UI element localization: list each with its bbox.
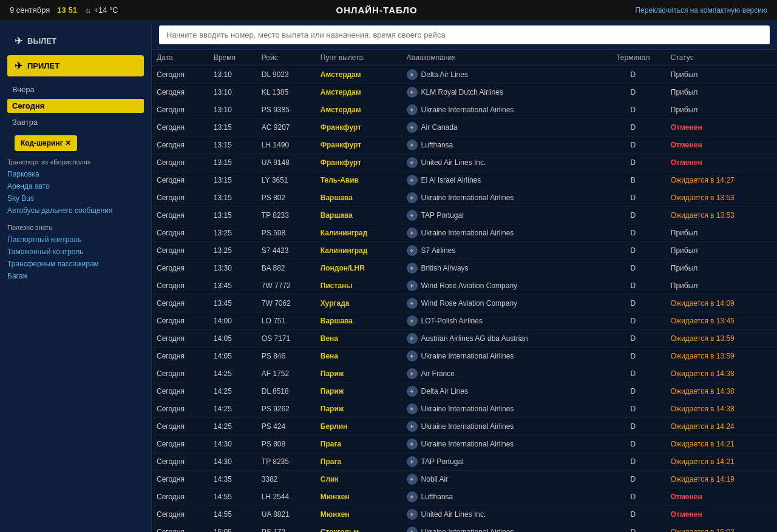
table-row[interactable]: Сегодня 14:55 LH 2544 Мюнхен ✈ Lufthansa… — [152, 488, 777, 506]
table-row[interactable]: Сегодня 13:10 KL 1385 Амстердам ✈ KLM Ro… — [152, 84, 777, 101]
airline-logo-icon: ✈ — [407, 87, 418, 98]
table-row[interactable]: Сегодня 13:10 DL 9023 Амстердам ✈ Delta … — [152, 66, 777, 84]
cell-flight: PS 9262 — [257, 400, 316, 418]
cell-flight: AC 9207 — [257, 119, 316, 136]
cell-airline: ✈ Wind Rose Aviation Company — [402, 295, 600, 312]
cell-date: Сегодня — [152, 224, 209, 242]
sidebar-link-skybus[interactable]: Sky Bus — [0, 192, 151, 204]
compact-view-link[interactable]: Переключиться на компактную версию — [635, 6, 767, 15]
cell-terminal: D — [600, 277, 666, 295]
cell-terminal: D — [600, 330, 666, 348]
cell-terminal: D — [600, 242, 666, 260]
table-row[interactable]: Сегодня 13:15 LH 1490 Франкфурт ✈ Luftha… — [152, 136, 777, 154]
cell-time: 14:25 — [209, 383, 257, 400]
sidebar-link-baggage[interactable]: Багаж — [0, 270, 151, 282]
cell-dest: Прага — [316, 453, 402, 471]
cell-date: Сегодня — [152, 295, 209, 312]
cell-airline: ✈ TAP Portugal — [402, 453, 600, 471]
table-row[interactable]: Сегодня 14:30 TP 8235 Прага ✈ TAP Portug… — [152, 453, 777, 471]
day-today[interactable]: Сегодня — [7, 99, 144, 113]
flights-table-container[interactable]: Дата Время Рейс Пунт вылета Авиакомпания… — [152, 50, 777, 532]
table-row[interactable]: Сегодня 14:35 3382 Слик ✈ Nobil Air D Ож… — [152, 471, 777, 488]
cell-flight: OS 7171 — [257, 330, 316, 348]
airline-name: LOT-Polish Airlines — [421, 317, 483, 325]
departure-button[interactable]: ✈ ВЫЛЕТ — [7, 30, 144, 52]
cell-airline: ✈ S7 Airlines — [402, 242, 600, 260]
cell-status: Ожидается в 14:21 — [666, 453, 777, 471]
cell-terminal: D — [600, 436, 666, 453]
search-input[interactable] — [159, 25, 770, 44]
cell-date: Сегодня — [152, 277, 209, 295]
cell-status: Ожидается в 13:59 — [666, 348, 777, 365]
cell-status: Отменен — [666, 136, 777, 154]
table-row[interactable]: Сегодня 14:30 PS 808 Прага ✈ Ukraine Int… — [152, 436, 777, 453]
airline-name: Ukraine International Airlines — [421, 405, 514, 413]
cell-time: 14:30 — [209, 436, 257, 453]
airline-name: KLM Royal Dutch Airlines — [421, 88, 503, 96]
table-row[interactable]: Сегодня 14:25 PS 9262 Париж ✈ Ukraine In… — [152, 400, 777, 418]
airline-logo-icon: ✈ — [407, 210, 418, 221]
cell-airline: ✈ Delta Air Lines — [402, 66, 600, 84]
codeshare-button[interactable]: Код-шеринг ✕ — [15, 135, 77, 151]
sidebar-link-longdist[interactable]: Автобусы дальнего сообщения — [0, 204, 151, 217]
sidebar-link-rental[interactable]: Аренда авто — [0, 180, 151, 192]
topbar-right[interactable]: Переключиться на компактную версию — [635, 5, 767, 15]
table-row[interactable]: Сегодня 13:15 AC 9207 Франкфурт ✈ Air Ca… — [152, 119, 777, 136]
sidebar-link-transfer[interactable]: Трансферным пассажирам — [0, 258, 151, 270]
table-row[interactable]: Сегодня 13:10 PS 9385 Амстердам ✈ Ukrain… — [152, 101, 777, 119]
table-row[interactable]: Сегодня 13:45 7W 7772 Пистаны ✈ Wind Ros… — [152, 277, 777, 295]
cell-terminal: D — [600, 506, 666, 524]
cell-terminal: D — [600, 154, 666, 172]
cell-date: Сегодня — [152, 84, 209, 101]
plane-departure-icon: ✈ — [15, 35, 22, 47]
table-row[interactable]: Сегодня 14:55 UA 8821 Мюнхен ✈ United Ai… — [152, 506, 777, 524]
day-yesterday[interactable]: Вчера — [7, 82, 144, 96]
table-row[interactable]: Сегодня 14:05 OS 7171 Вена ✈ Austrian Ai… — [152, 330, 777, 348]
cell-status: Отменен — [666, 488, 777, 506]
cell-time: 13:10 — [209, 101, 257, 119]
table-row[interactable]: Сегодня 15:05 PS 172 Стокгольм ✈ Ukraine… — [152, 524, 777, 533]
sidebar-link-passport[interactable]: Паспортный контроль — [0, 234, 151, 246]
airline-logo-icon: ✈ — [407, 333, 418, 344]
cell-airline: ✈ Ukraine International Airlines — [402, 189, 600, 207]
table-row[interactable]: Сегодня 14:25 PS 424 Берлин ✈ Ukraine In… — [152, 418, 777, 436]
cell-airline: ✈ British Airways — [402, 260, 600, 277]
airline-name: British Airways — [421, 264, 469, 272]
sidebar-link-parking[interactable]: Парковка — [0, 168, 151, 180]
cell-terminal: D — [600, 400, 666, 418]
table-row[interactable]: Сегодня 13:30 BA 882 Лондон/LHR ✈ Britis… — [152, 260, 777, 277]
cell-airline: ✈ TAP Portugal — [402, 207, 600, 224]
airline-logo-icon: ✈ — [407, 368, 418, 379]
table-row[interactable]: Сегодня 13:15 UA 9148 Франкфурт ✈ United… — [152, 154, 777, 172]
cell-terminal: D — [600, 207, 666, 224]
cell-flight: 3382 — [257, 471, 316, 488]
table-row[interactable]: Сегодня 13:45 7W 7062 Хургада ✈ Wind Ros… — [152, 295, 777, 312]
flights-tbody: Сегодня 13:10 DL 9023 Амстердам ✈ Delta … — [152, 66, 777, 533]
table-row[interactable]: Сегодня 13:15 TP 8233 Варшава ✈ TAP Port… — [152, 207, 777, 224]
airline-logo-icon: ✈ — [407, 140, 418, 150]
table-header-row: Дата Время Рейс Пунт вылета Авиакомпания… — [152, 50, 777, 66]
arrival-button[interactable]: ✈ ПРИЛЕТ — [7, 55, 144, 76]
airline-name: Ukraine International Airlines — [421, 422, 514, 431]
table-row[interactable]: Сегодня 14:05 PS 846 Вена ✈ Ukraine Inte… — [152, 348, 777, 365]
table-row[interactable]: Сегодня 13:15 LY 3651 Тель-Авив ✈ El Al … — [152, 172, 777, 189]
table-row[interactable]: Сегодня 13:25 PS 598 Калининград ✈ Ukrai… — [152, 224, 777, 242]
cell-flight: DL 9023 — [257, 66, 316, 84]
col-terminal: Терминал — [600, 50, 666, 66]
table-row[interactable]: Сегодня 13:25 S7 4423 Калининград ✈ S7 A… — [152, 242, 777, 260]
table-row[interactable]: Сегодня 14:25 AF 1752 Париж ✈ Air France… — [152, 365, 777, 383]
table-row[interactable]: Сегодня 14:00 LO 751 Варшава ✈ LOT-Polis… — [152, 312, 777, 330]
cell-flight: S7 4423 — [257, 242, 316, 260]
table-row[interactable]: Сегодня 14:25 DL 8518 Париж ✈ Delta Air … — [152, 383, 777, 400]
cell-date: Сегодня — [152, 330, 209, 348]
cell-status: Ожидается в 13:59 — [666, 330, 777, 348]
info-section-label: Полезно знать — [7, 224, 144, 231]
topbar-title: ОНЛАЙН-ТАБЛО — [336, 5, 417, 15]
cell-flight: LH 2544 — [257, 488, 316, 506]
day-tomorrow[interactable]: Завтра — [7, 115, 144, 129]
table-row[interactable]: Сегодня 13:15 PS 802 Варшава ✈ Ukraine I… — [152, 189, 777, 207]
sidebar-link-customs[interactable]: Таможенный контроль — [0, 246, 151, 258]
cell-terminal: D — [600, 312, 666, 330]
cell-status: Прибыл — [666, 84, 777, 101]
airline-logo-icon: ✈ — [407, 351, 418, 362]
